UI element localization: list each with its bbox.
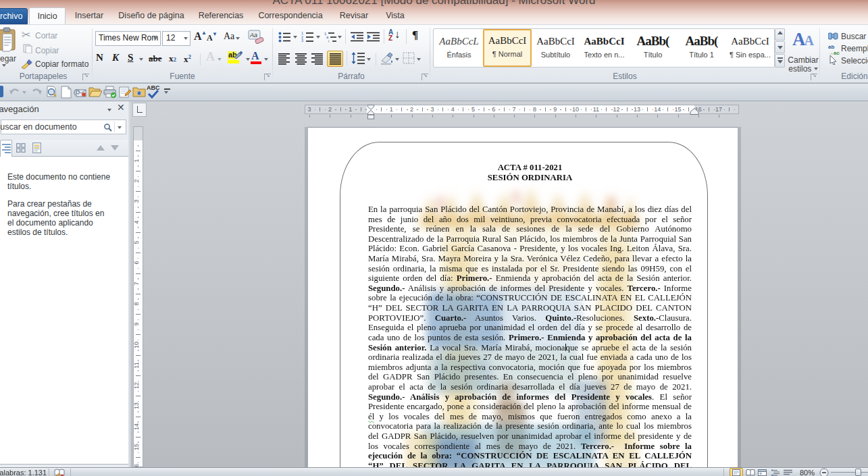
svg-text:i: i xyxy=(328,39,329,43)
svg-text:3: 3 xyxy=(301,38,303,43)
svg-text:Aa: Aa xyxy=(249,32,257,38)
